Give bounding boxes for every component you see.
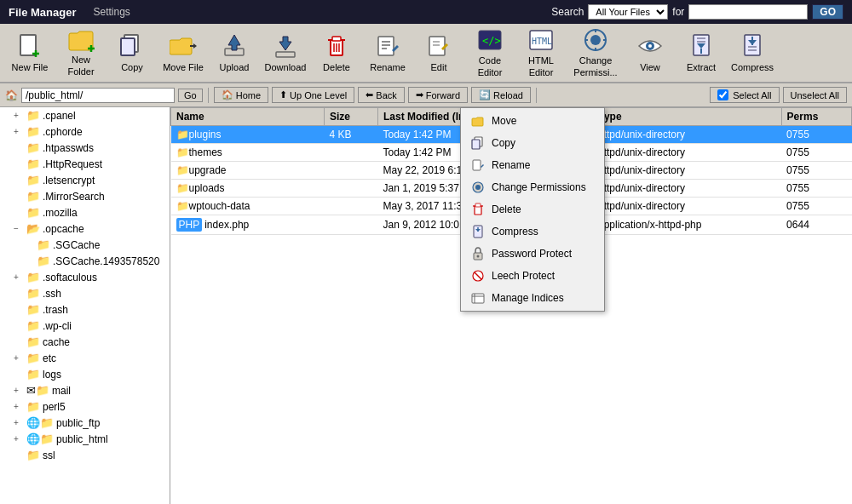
sidebar-item-ssh[interactable]: 📁 .ssh — [0, 285, 170, 301]
sidebar-item-htpasswds[interactable]: 📁 .htpasswds — [0, 140, 170, 156]
context-menu-copy[interactable]: Copy — [461, 132, 604, 154]
indices-icon — [471, 291, 485, 305]
reload-button[interactable]: 🔄 Reload — [471, 87, 531, 103]
select-all-checkbox[interactable] — [717, 89, 728, 100]
sidebar-item-SGCache2[interactable]: 📁 .SGCache.1493578520 — [0, 253, 170, 269]
col-size-header[interactable]: Size — [325, 108, 378, 126]
expand-icon: + — [14, 434, 24, 444]
sidebar-item-softaculous[interactable]: + 📁 .softaculous — [0, 269, 170, 285]
sidebar-item-public_html[interactable]: + 🌐📁 public_html — [0, 431, 170, 447]
sidebar-item-mozilla[interactable]: 📁 .mozilla — [0, 204, 170, 220]
compress-button[interactable]: Compress — [728, 27, 777, 78]
file-type-cell: httpd/unix-directory — [593, 198, 781, 215]
forward-button[interactable]: ➡ Forward — [408, 87, 468, 103]
search-go-button[interactable]: GO — [812, 4, 843, 20]
sidebar-item-HttpRequest[interactable]: 📁 .HttpRequest — [0, 156, 170, 172]
sidebar-item-mail[interactable]: + ✉📁 mail — [0, 382, 170, 398]
up-one-level-button[interactable]: ⬆ Up One Level — [272, 87, 354, 103]
context-menu-rename[interactable]: Rename — [461, 154, 604, 176]
move-file-icon — [170, 32, 197, 60]
select-all-button[interactable]: Select All — [710, 87, 779, 103]
sidebar-item-label: perl5 — [43, 401, 66, 413]
compress-label: Compress — [731, 62, 774, 73]
sidebar-item-opcache[interactable]: − 📂 .opcache — [0, 220, 170, 237]
html-editor-icon: HTML — [527, 27, 555, 53]
expand-icon: + — [14, 402, 24, 411]
sidebar-item-label: .ssh — [43, 288, 61, 300]
col-name-header[interactable]: Name — [171, 108, 325, 126]
context-leech-label: Leech Protect — [492, 270, 555, 282]
svg-rect-10 — [276, 52, 295, 57]
file-type-cell: application/x-httpd-php — [593, 215, 781, 235]
folder-icon: 📁 — [176, 182, 189, 194]
move-icon — [471, 114, 485, 128]
file-type-cell: httpd/unix-directory — [593, 144, 781, 162]
sidebar-item-label: .HttpRequest — [43, 158, 102, 170]
sidebar-item-cache[interactable]: 📁 cache — [0, 334, 170, 350]
context-menu-compress[interactable]: Compress — [461, 220, 604, 243]
sidebar-item-ssl[interactable]: 📁 ssl — [0, 447, 170, 463]
context-menu-leech-protect[interactable]: Leech Protect — [461, 265, 604, 287]
home-button[interactable]: 🏠 Home — [214, 87, 268, 103]
context-change-perms-label: Change Permissions — [492, 181, 586, 193]
extract-button[interactable]: Extract — [676, 27, 726, 78]
sidebar-item-label: .htpasswds — [43, 142, 94, 154]
upload-button[interactable]: Upload — [210, 27, 259, 78]
sidebar-item-etc[interactable]: + 📁 etc — [0, 350, 170, 366]
svg-marker-7 — [193, 43, 197, 49]
sidebar-item-logs[interactable]: 📁 logs — [0, 366, 170, 382]
back-button[interactable]: ⬅ Back — [358, 87, 404, 103]
sidebar-item-MirrorSearch[interactable]: 📁 .MirrorSearch — [0, 188, 170, 204]
code-editor-icon: </> — [476, 27, 504, 53]
path-input[interactable] — [21, 88, 175, 103]
settings-link[interactable]: Settings — [93, 6, 130, 18]
context-menu-change-permissions[interactable]: Change Permissions — [461, 176, 604, 198]
context-menu-move[interactable]: Move — [461, 110, 604, 132]
sidebar-item-trash[interactable]: 📁 .trash — [0, 301, 170, 318]
context-menu-delete[interactable]: Delete — [461, 198, 604, 220]
svg-marker-11 — [279, 37, 291, 50]
context-rename-label: Rename — [492, 159, 530, 171]
change-perms-button[interactable]: Change Permissi... — [567, 27, 624, 78]
sidebar-item-cphorde[interactable]: + 📁 .cphorde — [0, 123, 170, 140]
download-button[interactable]: Download — [261, 27, 310, 78]
code-editor-label: Code Editor — [468, 55, 512, 77]
expand-icon: + — [14, 111, 24, 120]
rename-button[interactable]: Rename — [363, 27, 412, 78]
file-name-cell: 📁 upgrade — [171, 162, 325, 180]
col-perms-header[interactable]: Perms — [781, 108, 851, 126]
change-perms-icon — [582, 27, 609, 53]
view-icon — [636, 32, 664, 60]
sidebar-item-SGCache[interactable]: 📁 .SGCache — [0, 237, 170, 253]
sidebar-item-public_ftp[interactable]: + 🌐📁 public_ftp — [0, 415, 170, 431]
sidebar-item-perl5[interactable]: + 📁 perl5 — [0, 398, 170, 415]
search-dropdown[interactable]: All Your Files — [588, 4, 668, 20]
sidebar-item-wp-cli[interactable]: 📁 .wp-cli — [0, 318, 170, 334]
svg-rect-49 — [473, 160, 481, 170]
view-button[interactable]: View — [625, 27, 675, 78]
move-file-button[interactable]: Move File — [158, 27, 208, 78]
search-input[interactable] — [688, 4, 808, 20]
code-editor-button[interactable]: </> Code Editor — [465, 27, 515, 78]
unselect-all-button[interactable]: Unselect All — [783, 87, 847, 103]
new-folder-label: New Folder — [59, 54, 103, 77]
expand-icon: + — [14, 353, 24, 363]
folder-icon: 📁 — [26, 449, 40, 461]
copy-button[interactable]: Copy — [107, 27, 157, 78]
context-menu-password-protect[interactable]: Password Protect — [461, 243, 604, 265]
folder-icon: 📁 — [37, 238, 50, 251]
delete-icon — [471, 203, 485, 216]
path-go-button[interactable]: Go — [178, 89, 203, 102]
sidebar-item-label: .mozilla — [43, 207, 78, 219]
new-file-button[interactable]: New File — [5, 27, 55, 78]
sidebar-item-letsencrypt[interactable]: 📁 .letsencrypt — [0, 172, 170, 188]
delete-button[interactable]: Delete — [312, 27, 361, 78]
file-size-cell — [325, 162, 378, 180]
context-menu-manage-indices[interactable]: Manage Indices — [461, 287, 604, 309]
html-editor-button[interactable]: HTML HTML Editor — [516, 27, 566, 78]
col-type-header[interactable]: Type — [593, 108, 781, 126]
unselect-all-label: Unselect All — [791, 90, 839, 100]
sidebar-item-cpanel[interactable]: + 📁 .cpanel — [0, 107, 170, 123]
edit-button[interactable]: Edit — [414, 27, 463, 78]
new-folder-button[interactable]: New Folder — [56, 27, 106, 78]
